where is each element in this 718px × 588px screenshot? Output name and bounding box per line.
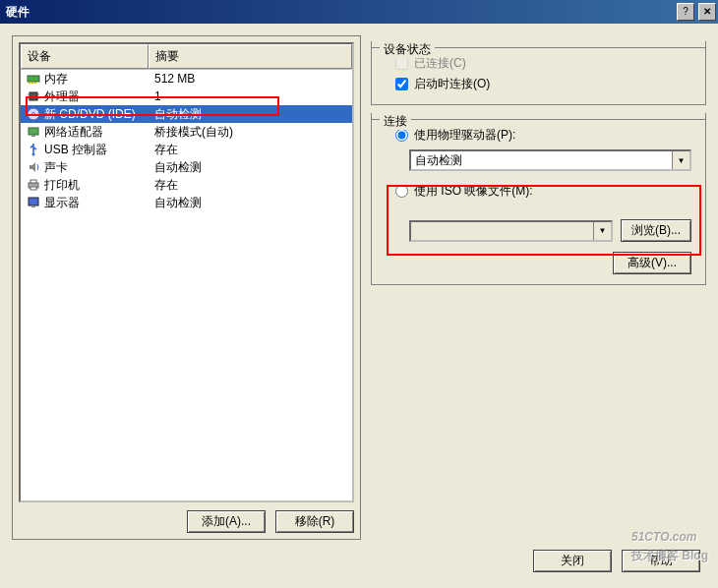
memory-icon [27, 72, 40, 86]
connect-at-poweron-checkbox[interactable] [395, 78, 408, 90]
hardware-list[interactable]: 设备 摘要 内存512 MB外理器1新 CD/DVD (IDE)自动检测网络适配… [19, 42, 354, 502]
browse-button[interactable]: 浏览(B)... [621, 219, 691, 242]
hardware-panel: 设备 摘要 内存512 MB外理器1新 CD/DVD (IDE)自动检测网络适配… [12, 35, 361, 540]
usb-icon [27, 143, 40, 156]
chevron-down-icon[interactable] [672, 151, 689, 169]
help-window-button[interactable]: ? [677, 3, 694, 21]
close-window-button[interactable]: ✕ [698, 3, 716, 21]
use-physical-radio[interactable] [395, 129, 408, 142]
connection-group: 连接 使用物理驱动器(P): 自动检测 使用 ISO 映像文件(M): [371, 113, 706, 285]
device-summary: 512 MB [149, 69, 352, 88]
chevron-down-icon [593, 222, 611, 240]
remove-button[interactable]: 移除(R) [275, 510, 354, 533]
advanced-button[interactable]: 高级(V)... [613, 252, 691, 274]
physical-drive-combo[interactable]: 自动检测 [409, 149, 691, 171]
display-icon [27, 196, 40, 209]
hardware-list-header: 设备 摘要 [21, 44, 352, 70]
window-controls: ? ✕ [675, 1, 718, 23]
device-name: 显示器 [44, 195, 80, 211]
settings-panel: 设备状态 已连接(C) 启动时连接(O) 连接 使用物理驱动器(P): [371, 35, 706, 540]
add-button[interactable]: 添加(A)... [187, 510, 266, 533]
iso-path-combo [409, 220, 613, 242]
printer-icon [27, 178, 40, 192]
network-icon [27, 125, 40, 139]
device-summary: 自动检测 [149, 192, 352, 214]
use-iso-label: 使用 ISO 映像文件(M): [414, 183, 533, 200]
physical-drive-value: 自动检测 [411, 152, 672, 169]
table-row[interactable]: 显示器自动检测 [21, 194, 352, 211]
cpu-icon [27, 89, 40, 103]
dialog-buttons: 关闭 帮助 [12, 540, 706, 576]
column-header-device[interactable]: 设备 [21, 44, 149, 69]
connection-title: 连接 [380, 113, 411, 130]
help-button[interactable]: 帮助 [622, 550, 700, 572]
title-bar: 硬件 ? ✕ [0, 0, 718, 24]
use-iso-radio[interactable] [395, 185, 408, 198]
device-status-title: 设备状态 [380, 41, 435, 58]
sound-icon [27, 160, 40, 174]
connect-at-poweron-label: 启动时连接(O) [414, 76, 490, 92]
use-physical-label: 使用物理驱动器(P): [414, 127, 515, 144]
window-title: 硬件 [6, 4, 30, 21]
cd-icon [27, 107, 40, 121]
close-button[interactable]: 关闭 [533, 550, 612, 572]
device-status-group: 设备状态 已连接(C) 启动时连接(O) [371, 41, 706, 105]
column-header-summary[interactable]: 摘要 [149, 44, 352, 69]
connected-checkbox [395, 57, 408, 70]
